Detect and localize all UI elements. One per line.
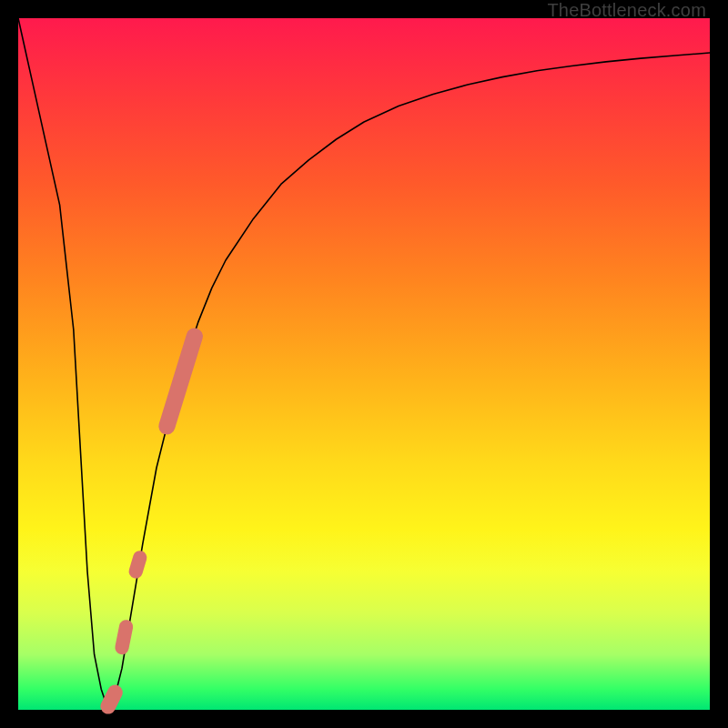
highlight-markers bbox=[108, 337, 195, 707]
bottleneck-curve bbox=[18, 18, 710, 710]
highlight-lower-dot2 bbox=[122, 627, 126, 648]
highlight-upper bbox=[167, 337, 194, 427]
highlight-min bbox=[108, 693, 116, 706]
curve-layer bbox=[18, 18, 710, 710]
chart-frame: TheBottleneck.com bbox=[0, 0, 728, 728]
highlight-lower-dot1 bbox=[136, 558, 140, 571]
